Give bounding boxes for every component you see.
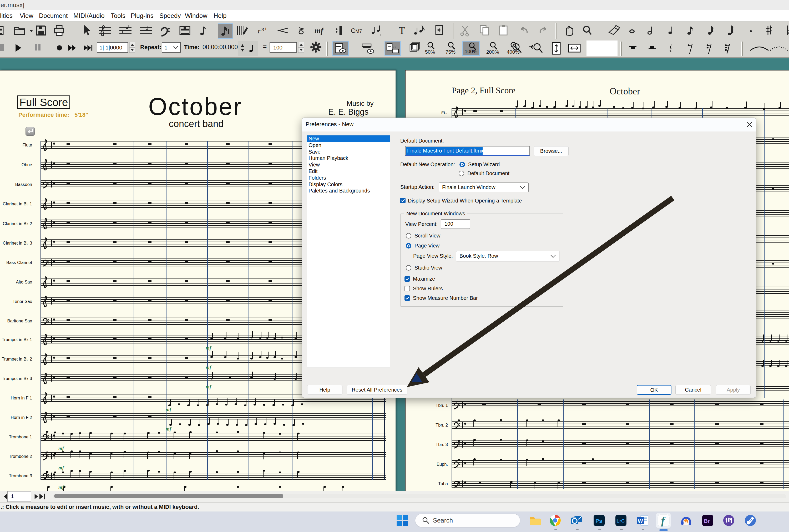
svg-text:3: 3 [262, 27, 264, 32]
svg-text:LrC: LrC [616, 518, 624, 524]
svg-text:CM7: CM7 [351, 27, 362, 34]
svg-text:T: T [399, 24, 405, 36]
svg-text:r: r [258, 27, 261, 35]
svg-text:W: W [638, 518, 643, 524]
svg-text:1: 1 [265, 27, 267, 31]
svg-text:%: % [514, 45, 517, 49]
svg-text:Ps: Ps [595, 518, 602, 524]
svg-text:Br: Br [704, 518, 710, 524]
svg-text:mf: mf [314, 26, 324, 35]
